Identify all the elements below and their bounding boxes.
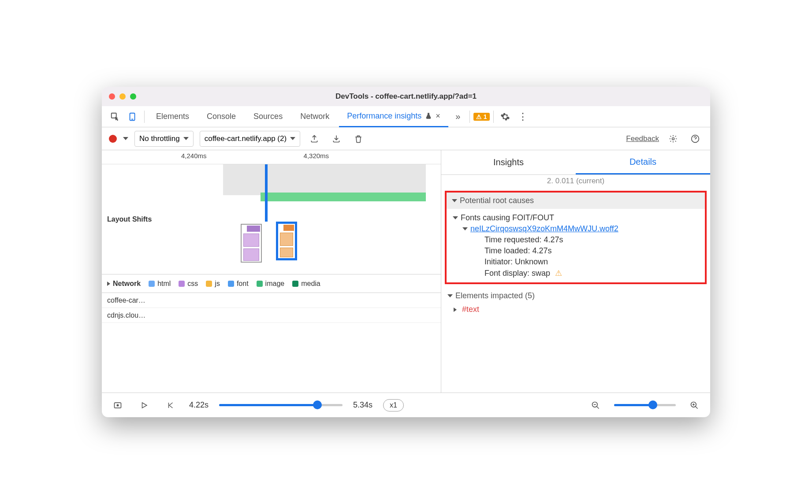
playback-end-time: 5.34s bbox=[353, 400, 372, 410]
legend-image: image bbox=[257, 280, 285, 288]
titlebar: DevTools - coffee-cart.netlify.app/?ad=1 bbox=[102, 87, 710, 106]
chevron-down-icon bbox=[453, 216, 458, 219]
network-rows: coffee-car… cdnjs.clou… bbox=[102, 293, 441, 393]
playback-footer: 4.22s 5.34s x1 bbox=[102, 393, 710, 417]
export-icon[interactable] bbox=[306, 131, 322, 147]
help-icon[interactable] bbox=[687, 131, 703, 147]
chevron-down-icon bbox=[183, 137, 189, 140]
network-legend: Network html css js font image media bbox=[102, 274, 441, 293]
maximize-window-button[interactable] bbox=[130, 93, 136, 100]
root-causes-tree: Fonts causing FOIT/FOUT neILzCirqoswsqX9… bbox=[447, 209, 705, 282]
throttling-select[interactable]: No throttling bbox=[134, 131, 194, 147]
divider bbox=[493, 111, 494, 123]
initiator-row: Initiator: Unknown bbox=[453, 256, 699, 267]
chevron-right-icon bbox=[454, 308, 457, 312]
root-causes-highlight: Potential root causes Fonts causing FOIT… bbox=[445, 191, 707, 284]
impacted-element-row[interactable]: #text bbox=[441, 304, 710, 315]
toolbar: No throttling coffee-cart.netlify.app (2… bbox=[102, 127, 710, 150]
network-track-toggle[interactable]: Network bbox=[107, 280, 141, 288]
timeline-panel: 4,240ms 4,320ms Layout Shifts bbox=[102, 150, 441, 393]
legend-css: css bbox=[179, 280, 198, 288]
time-loaded-row: Time loaded: 4.27s bbox=[453, 245, 699, 256]
tab-insights[interactable]: Insights bbox=[441, 150, 576, 174]
network-row[interactable]: cdnjs.clou… bbox=[102, 308, 441, 323]
details-panel: Insights Details 2. 0.011 (current) Pote… bbox=[441, 150, 710, 393]
chevron-right-icon bbox=[107, 282, 110, 286]
playback-slider[interactable] bbox=[219, 404, 343, 406]
chevron-down-icon bbox=[447, 294, 453, 297]
font-display-row: Font display: swap ⚠ bbox=[453, 267, 699, 279]
page-select[interactable]: coffee-cart.netlify.app (2) bbox=[200, 131, 300, 147]
record-dropdown-icon[interactable] bbox=[123, 137, 128, 140]
root-causes-header[interactable]: Potential root causes bbox=[447, 193, 705, 209]
chevron-down-icon bbox=[452, 199, 457, 202]
inspect-element-icon[interactable] bbox=[107, 109, 123, 125]
device-toggle-icon[interactable] bbox=[125, 109, 141, 125]
svg-point-6 bbox=[117, 404, 118, 406]
more-tabs-icon[interactable]: » bbox=[450, 109, 466, 125]
svg-line-10 bbox=[597, 406, 599, 408]
time-requested-row: Time requested: 4.27s bbox=[453, 234, 699, 245]
tab-elements[interactable]: Elements bbox=[148, 106, 197, 127]
font-file-link[interactable]: neILzCirqoswsqX9zoKmM4MwWJU.woff2 bbox=[470, 224, 618, 233]
svg-line-13 bbox=[696, 406, 698, 408]
fonts-foit-fout-row[interactable]: Fonts causing FOIT/FOUT bbox=[453, 212, 699, 223]
elements-impacted-header[interactable]: Elements impacted (5) bbox=[441, 288, 710, 304]
time-marker[interactable] bbox=[265, 164, 268, 222]
network-row[interactable]: coffee-car… bbox=[102, 293, 441, 308]
window-title: DevTools - coffee-cart.netlify.app/?ad=1 bbox=[102, 92, 710, 101]
play-icon[interactable] bbox=[136, 397, 152, 413]
tab-performance-insights[interactable]: Performance insights × bbox=[339, 106, 448, 127]
playback-start-time: 4.22s bbox=[189, 400, 209, 410]
minimize-window-button[interactable] bbox=[119, 93, 126, 100]
chevron-down-icon bbox=[290, 137, 295, 140]
warning-icon: ⚠ bbox=[553, 268, 562, 278]
current-cls-line: 2. 0.011 (current) bbox=[441, 175, 710, 187]
layout-shifts-track: Layout Shifts bbox=[102, 164, 441, 274]
zoom-out-icon[interactable] bbox=[588, 397, 603, 413]
chevron-down-icon bbox=[462, 227, 468, 230]
devtools-window: DevTools - coffee-cart.netlify.app/?ad=1… bbox=[102, 87, 710, 417]
tab-console[interactable]: Console bbox=[199, 106, 244, 127]
legend-js: js bbox=[206, 280, 220, 288]
tab-network[interactable]: Network bbox=[292, 106, 337, 127]
traffic-lights bbox=[109, 93, 136, 100]
divider bbox=[469, 111, 470, 123]
legend-html: html bbox=[149, 280, 171, 288]
panel-settings-icon[interactable] bbox=[665, 131, 681, 147]
timeline-block bbox=[223, 164, 426, 195]
tab-details[interactable]: Details bbox=[576, 150, 710, 174]
legend-media: media bbox=[292, 280, 320, 288]
feedback-link[interactable]: Feedback bbox=[626, 134, 659, 143]
sidebar-tabs: Insights Details bbox=[441, 150, 710, 175]
legend-font: font bbox=[228, 280, 249, 288]
ruler-tick: 4,320ms bbox=[304, 152, 329, 159]
delete-icon[interactable] bbox=[350, 131, 366, 147]
close-window-button[interactable] bbox=[109, 93, 115, 100]
details-content: 2. 0.011 (current) Potential root causes… bbox=[441, 175, 710, 393]
issues-badge[interactable]: ⚠ 1 bbox=[473, 113, 490, 121]
record-button[interactable] bbox=[109, 135, 117, 143]
speed-select[interactable]: x1 bbox=[383, 399, 404, 411]
tab-sources[interactable]: Sources bbox=[246, 106, 291, 127]
timeline-block bbox=[261, 193, 426, 201]
import-icon[interactable] bbox=[328, 131, 344, 147]
svg-marker-7 bbox=[142, 403, 147, 408]
close-tab-icon[interactable]: × bbox=[436, 111, 440, 121]
settings-icon[interactable] bbox=[497, 109, 513, 125]
warning-icon: ⚠ bbox=[476, 113, 482, 120]
zoom-slider[interactable] bbox=[614, 404, 676, 406]
main-area: 4,240ms 4,320ms Layout Shifts bbox=[102, 150, 710, 393]
time-ruler: 4,240ms 4,320ms bbox=[102, 150, 441, 164]
layout-shift-thumbnail-selected[interactable] bbox=[276, 222, 297, 260]
svg-point-3 bbox=[672, 137, 674, 140]
zoom-in-icon[interactable] bbox=[686, 397, 702, 413]
track-body[interactable] bbox=[155, 164, 441, 274]
more-menu-icon[interactable]: ⋮ bbox=[515, 109, 531, 125]
skip-back-icon[interactable] bbox=[163, 397, 179, 413]
flask-icon bbox=[425, 112, 432, 119]
track-label-layout-shifts: Layout Shifts bbox=[102, 164, 155, 274]
layout-shift-thumbnail[interactable] bbox=[241, 224, 262, 263]
font-file-row[interactable]: neILzCirqoswsqX9zoKmM4MwWJU.woff2 bbox=[453, 223, 699, 234]
preview-toggle-icon[interactable] bbox=[110, 397, 126, 413]
